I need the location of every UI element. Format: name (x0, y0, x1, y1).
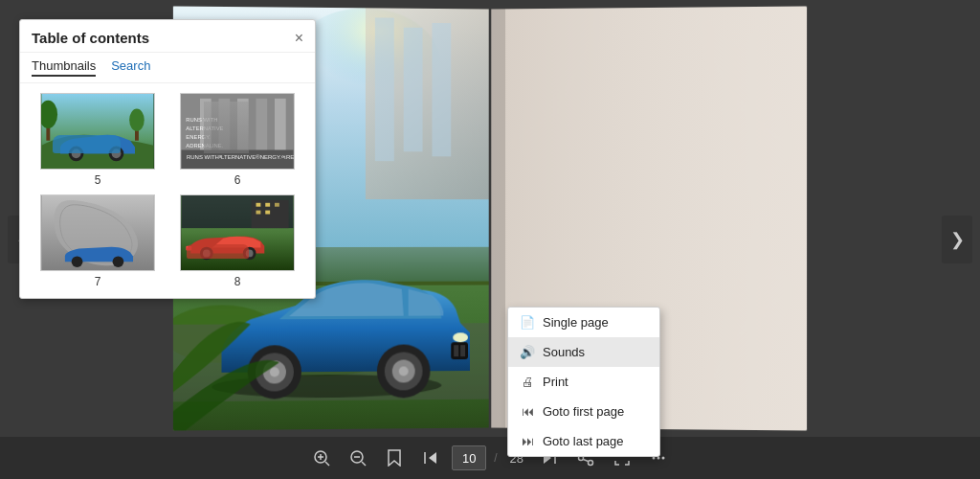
svg-point-24 (453, 332, 468, 342)
svg-rect-57 (256, 203, 261, 207)
svg-text:ENERGY.: ENERGY. (186, 134, 211, 140)
svg-rect-44 (256, 99, 268, 164)
svg-point-63 (203, 250, 211, 258)
thumbnail-page-8[interactable]: 8 (171, 194, 303, 288)
svg-rect-27 (460, 345, 465, 356)
svg-rect-58 (265, 203, 270, 207)
svg-rect-42 (219, 99, 231, 164)
print-icon: 🖨 (520, 375, 535, 389)
current-page-input[interactable] (452, 445, 486, 470)
menu-label-print: Print (543, 375, 568, 389)
page-separator: / (492, 451, 499, 465)
svg-rect-60 (256, 211, 261, 215)
single-page-icon: 📄 (520, 315, 535, 330)
svg-line-82 (583, 460, 588, 462)
thumb-img-7 (40, 194, 155, 271)
menu-label-goto-last: Goto last page (543, 434, 624, 448)
menu-item-sounds[interactable]: 🔊 Sounds (508, 337, 659, 367)
tab-search[interactable]: Search (111, 58, 150, 77)
svg-line-68 (325, 462, 329, 466)
svg-text:ADRENALINE.: ADRENALINE. (186, 143, 223, 148)
svg-point-65 (246, 250, 254, 258)
svg-rect-25 (451, 342, 468, 359)
sounds-icon: 🔊 (520, 345, 535, 359)
thumb-label-5: 5 (95, 173, 101, 187)
svg-point-35 (112, 149, 122, 159)
svg-point-62 (200, 247, 213, 261)
svg-point-23 (399, 366, 409, 376)
menu-label-sounds: Sounds (543, 345, 585, 359)
goto-first-icon: ⏮ (520, 404, 535, 419)
toc-thumbnails-grid: 5 RUNS WITH ALTERNATIVE ENERGY. (20, 83, 315, 298)
svg-rect-59 (275, 203, 279, 207)
svg-rect-9 (404, 28, 423, 152)
right-arrow-icon: ❯ (950, 229, 965, 250)
svg-text:RUNS WITH: RUNS WITH (186, 117, 217, 123)
thumb-img-6: RUNS WITH ALTERNATIVE ENERGY. ADRENALINE… (180, 93, 295, 170)
svg-point-39 (129, 109, 145, 131)
svg-point-80 (588, 461, 592, 466)
svg-rect-61 (265, 211, 270, 215)
toolbar: / 28 (0, 437, 980, 479)
menu-item-goto-last[interactable]: ⏭ Goto last page (508, 426, 659, 456)
svg-point-53 (113, 256, 124, 267)
thumb-img-5 (40, 93, 155, 170)
svg-rect-66 (186, 246, 191, 251)
thumbnail-page-5[interactable]: 5 (32, 93, 164, 187)
menu-item-goto-first[interactable]: ⏮ Goto first page (508, 397, 659, 426)
thumbnail-page-7[interactable]: 7 (32, 194, 164, 288)
toc-close-button[interactable]: × (295, 31, 303, 46)
bookmark-button[interactable] (379, 443, 410, 473)
svg-point-85 (661, 457, 664, 460)
svg-point-52 (72, 256, 83, 267)
tab-thumbnails[interactable]: Thumbnails (32, 58, 96, 77)
svg-rect-10 (432, 23, 451, 156)
svg-rect-43 (237, 99, 249, 164)
svg-marker-75 (429, 452, 436, 464)
menu-label-single-page: Single page (543, 315, 609, 330)
next-page-arrow[interactable]: ❯ (942, 216, 972, 263)
zoom-in-button[interactable] (306, 443, 337, 473)
thumb-label-6: 6 (234, 173, 241, 187)
menu-label-goto-first: Goto first page (543, 404, 624, 419)
zoom-out-button[interactable] (343, 443, 373, 473)
toc-panel: Table of contents × Thumbnails Search (19, 19, 316, 299)
toc-title: Table of contents (32, 30, 149, 46)
svg-point-19 (270, 367, 279, 376)
menu-item-single-page[interactable]: 📄 Single page (508, 308, 659, 337)
context-menu: 📄 Single page 🔊 Sounds 🖨 Print ⏮ Goto fi… (507, 307, 660, 457)
toc-tabs: Thumbnails Search (20, 53, 315, 83)
svg-rect-46 (182, 150, 294, 170)
goto-last-icon: ⏭ (520, 434, 535, 448)
thumbnail-page-6[interactable]: RUNS WITH ALTERNATIVE ENERGY. ADRENALINE… (171, 93, 303, 187)
svg-rect-45 (275, 99, 286, 164)
thumb-label-7: 7 (95, 275, 101, 288)
svg-rect-30 (491, 9, 505, 427)
toc-header: Table of contents × (20, 20, 315, 53)
svg-text:ALTERNATIVE: ALTERNATIVE (186, 125, 223, 131)
svg-rect-26 (454, 345, 458, 356)
svg-line-72 (362, 462, 366, 466)
first-page-button[interactable] (415, 443, 446, 473)
svg-rect-8 (375, 17, 394, 161)
thumb-label-8: 8 (234, 275, 241, 288)
menu-item-print[interactable]: 🖨 Print (508, 367, 659, 397)
thumb-img-8 (180, 194, 295, 271)
svg-point-33 (72, 149, 81, 159)
